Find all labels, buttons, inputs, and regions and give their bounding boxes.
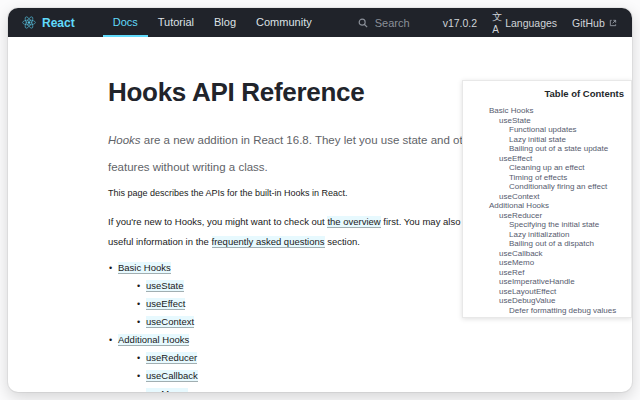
toc-item[interactable]: useCallback [489, 249, 626, 259]
toc-item[interactable]: useReducer [489, 211, 626, 221]
main-nav: Docs Tutorial Blog Community [103, 8, 322, 37]
search-box [358, 8, 443, 37]
toc-title: Table of Contents [489, 88, 624, 99]
search-icon [358, 18, 368, 28]
header-right: v17.0.2 文A Languages GitHub [443, 8, 632, 37]
toc-item[interactable]: Bailing out of a dispatch [489, 239, 626, 249]
overview-link[interactable]: the overview [327, 216, 380, 228]
list-item: useReducer [146, 349, 632, 367]
hint-text-4: section. [325, 236, 360, 247]
toc-item[interactable]: useState [489, 116, 626, 126]
toc-item[interactable]: Lazy initial state [489, 135, 626, 145]
hint-text-3: useful information in the [108, 236, 212, 247]
search-input[interactable] [373, 16, 443, 30]
toc-item[interactable]: Basic Hooks [489, 106, 626, 116]
table-of-contents-panel: Table of Contents Basic Hooks useState F… [462, 80, 632, 318]
lead-text-line1: are a new addition in React 16.8. They l… [141, 134, 513, 146]
brand-name: React [42, 16, 75, 30]
list-item: useCallback [146, 367, 632, 385]
toc-item[interactable]: Bailing out of a state update [489, 144, 626, 154]
additional-hooks-link[interactable]: Additional Hooks [118, 334, 189, 346]
list-item-additional-hooks: Additional Hooks useReducer useCallback … [118, 331, 632, 392]
lead-text-line2: features without writing a class. [108, 161, 268, 173]
toc-item[interactable]: useEffect [489, 154, 626, 164]
site-header: React Docs Tutorial Blog Community v17.0… [8, 8, 632, 37]
toc-item[interactable]: useContext [489, 192, 626, 202]
languages-label: Languages [505, 17, 557, 29]
hint-text-1: If you're new to Hooks, you might want t… [108, 216, 327, 227]
translate-icon: 文A [492, 10, 501, 35]
toc-item[interactable]: Cleaning up an effect [489, 163, 626, 173]
toc-item[interactable]: Additional Hooks [489, 201, 626, 211]
nav-item-tutorial[interactable]: Tutorial [148, 8, 204, 37]
faq-link[interactable]: frequently asked questions [212, 236, 325, 248]
additional-hooks-sublist: useReducer useCallback useMemo useRef [118, 349, 632, 392]
list-item: useMemo [146, 385, 632, 392]
toc-item[interactable]: Lazy initialization [489, 230, 626, 240]
external-link-icon [609, 19, 617, 27]
toc-item[interactable]: Functional updates [489, 125, 626, 135]
usereducer-link[interactable]: useReducer [146, 352, 197, 364]
nav-item-docs[interactable]: Docs [103, 8, 148, 37]
nav-item-blog[interactable]: Blog [204, 8, 246, 37]
languages-link[interactable]: 文A Languages [492, 10, 557, 35]
toc-item[interactable]: useRef [489, 268, 626, 278]
usestate-link[interactable]: useState [146, 280, 184, 292]
basic-hooks-link[interactable]: Basic Hooks [118, 262, 171, 274]
github-label: GitHub [572, 17, 605, 29]
toc-item[interactable]: Timing of effects [489, 173, 626, 183]
toc-item[interactable]: Conditionally firing an effect [489, 182, 626, 192]
version-link[interactable]: v17.0.2 [443, 17, 477, 29]
toc-item[interactable]: useImperativeHandle [489, 277, 626, 287]
toc-item[interactable]: useLayoutEffect [489, 287, 626, 297]
usememo-link[interactable]: useMemo [146, 388, 188, 392]
react-logo-icon [22, 16, 36, 29]
usecontext-link[interactable]: useContext [146, 316, 194, 328]
lead-italic-word: Hooks [108, 134, 141, 146]
toc-item[interactable]: Specifying the initial state [489, 220, 626, 230]
toc-item[interactable]: useDebugValue [489, 296, 626, 306]
usecallback-link[interactable]: useCallback [146, 370, 198, 382]
github-link[interactable]: GitHub [572, 17, 617, 29]
useeffect-link[interactable]: useEffect [146, 298, 185, 310]
nav-item-community[interactable]: Community [246, 8, 322, 37]
toc-item[interactable]: Defer formatting debug values [489, 306, 626, 316]
toc-item[interactable]: useMemo [489, 258, 626, 268]
browser-window: React Docs Tutorial Blog Community v17.0… [8, 8, 632, 392]
react-home-link[interactable]: React [22, 8, 75, 37]
